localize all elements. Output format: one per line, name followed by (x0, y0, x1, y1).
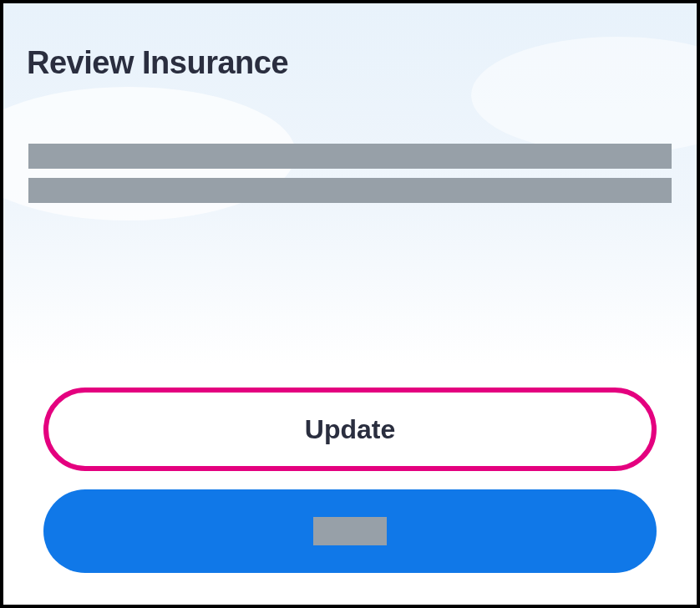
update-button-label: Update (305, 414, 395, 445)
primary-action-button[interactable] (43, 489, 657, 573)
page-title: Review Insurance (27, 45, 288, 81)
content-placeholder-line (28, 144, 672, 169)
primary-button-label-placeholder (313, 517, 387, 545)
screen-frame: Review Insurance Update (0, 0, 700, 608)
update-button[interactable]: Update (43, 388, 657, 471)
button-group: Update (43, 388, 657, 573)
content-placeholder-line (28, 178, 672, 203)
